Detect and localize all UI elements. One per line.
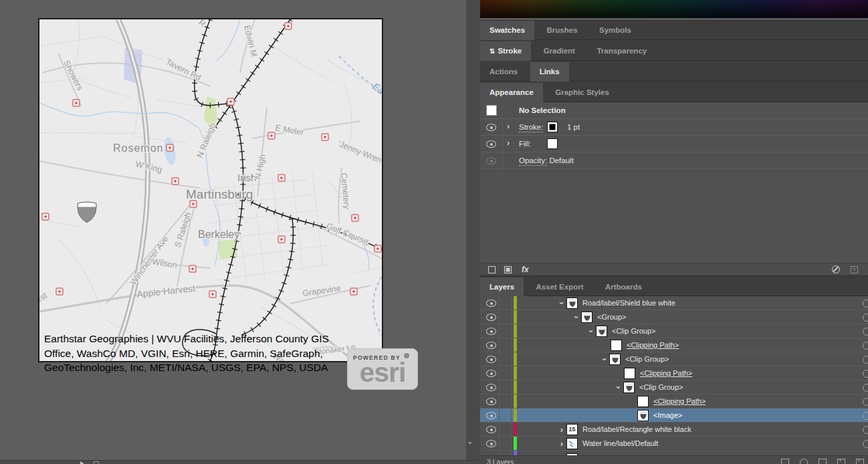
- layer-thumbnail-path[interactable]: [611, 340, 622, 351]
- visibility-eye-icon[interactable]: [486, 398, 496, 405]
- visibility-eye-icon[interactable]: [486, 412, 496, 419]
- layer-thumbnail-shield[interactable]: [623, 382, 635, 393]
- target-circle[interactable]: [863, 370, 868, 378]
- visibility-eye-icon[interactable]: [486, 356, 496, 363]
- collapse-chevron-icon[interactable]: ›: [600, 354, 610, 364]
- layer-thumbnail-15[interactable]: 15: [566, 424, 578, 435]
- add-new-stroke-icon[interactable]: [488, 266, 496, 273]
- layer-row[interactable]: <Clipping Path>: [480, 394, 868, 409]
- duplicate-item-icon[interactable]: +: [851, 266, 858, 273]
- layer-thumbnail-path[interactable]: [624, 368, 635, 379]
- layer-thumbnail-path[interactable]: [637, 396, 649, 407]
- layer-row[interactable]: › <Clip Group>: [480, 352, 868, 366]
- appearance-stroke-row[interactable]: › Stroke: 1 pt: [480, 119, 868, 136]
- fill-label[interactable]: Fill:: [519, 140, 531, 148]
- stroke-weight-value[interactable]: 1 pt: [567, 123, 580, 131]
- stroke-label[interactable]: Stroke:: [519, 123, 543, 132]
- target-circle[interactable]: [863, 328, 868, 336]
- tab-layers[interactable]: Layers: [480, 277, 524, 296]
- scroll-left-arrow-icon[interactable]: [80, 461, 84, 464]
- collapse-chevron-icon[interactable]: ›: [572, 312, 582, 322]
- target-circle[interactable]: [863, 384, 868, 392]
- visibility-eye-icon[interactable]: [486, 314, 496, 321]
- layer-thumbnail-shield[interactable]: [581, 312, 592, 323]
- fill-visibility-eye-icon[interactable]: [486, 140, 496, 148]
- layer-thumbnail-shield[interactable]: [609, 354, 621, 365]
- layer-row[interactable]: <Clipping Path>: [480, 338, 868, 352]
- layer-thumbnail-image[interactable]: [637, 410, 649, 421]
- tab-graphic-styles[interactable]: Graphic Styles: [546, 83, 619, 102]
- document-canvas[interactable]: Showers Tavern Rd Edwin M R Ea Rosemon W…: [0, 0, 466, 460]
- tab-links[interactable]: Links: [530, 62, 569, 82]
- canvas-vertical-scrollbar[interactable]: ›: [466, 0, 480, 460]
- tab-artboards[interactable]: Artboards: [596, 277, 651, 296]
- layer-row[interactable]: › 15 Road/label/Rectangle white black: [480, 423, 868, 437]
- add-effect-fx-icon[interactable]: fx: [522, 265, 529, 274]
- panel-collapse-icon[interactable]: ⇅: [490, 47, 495, 55]
- layer-row[interactable]: › Water line/label/Default: [480, 437, 868, 451]
- target-circle[interactable]: [863, 356, 868, 364]
- collapse-chevron-icon[interactable]: ›: [557, 439, 566, 449]
- map-artboard[interactable]: Showers Tavern Rd Edwin M R Ea Rosemon W…: [38, 18, 383, 362]
- new-sublayer-icon[interactable]: +: [837, 459, 845, 464]
- layer-row[interactable]: › <Clip Group>: [480, 324, 868, 338]
- layer-thumbnail-shield[interactable]: [596, 326, 607, 337]
- map-labels: Showers Tavern Rd Edwin M R Ea Rosemon W…: [39, 19, 382, 361]
- visibility-eye-icon[interactable]: [486, 426, 496, 433]
- opacity-label[interactable]: Opacity:: [519, 156, 547, 166]
- target-circle[interactable]: [863, 398, 868, 406]
- layer-row[interactable]: › <Group>: [480, 310, 868, 324]
- appearance-fill-row[interactable]: › Fill:: [480, 136, 868, 152]
- clear-appearance-icon[interactable]: [832, 265, 840, 273]
- tab-actions[interactable]: Actions: [480, 62, 527, 82]
- layer-row-partial[interactable]: [480, 451, 868, 455]
- opacity-visibility-eye-icon[interactable]: [486, 157, 496, 164]
- layer-row[interactable]: <Clipping Path>: [480, 366, 868, 380]
- tab-stroke[interactable]: ⇅Stroke: [480, 41, 531, 61]
- locate-object-icon[interactable]: [800, 459, 808, 464]
- tab-symbols[interactable]: Symbols: [590, 21, 641, 40]
- tab-gradient[interactable]: Gradient: [534, 41, 584, 61]
- target-circle[interactable]: [863, 342, 868, 350]
- fill-color-swatch[interactable]: [547, 138, 558, 149]
- visibility-eye-icon[interactable]: [486, 342, 496, 349]
- target-circle[interactable]: [863, 440, 868, 448]
- visibility-eye-icon[interactable]: [486, 300, 496, 307]
- tab-swatches[interactable]: Swatches: [480, 21, 534, 40]
- add-new-fill-icon[interactable]: [504, 266, 512, 273]
- appearance-opacity-row[interactable]: Opacity: Default: [480, 152, 868, 169]
- new-layer-icon[interactable]: +: [856, 459, 864, 464]
- visibility-eye-icon[interactable]: [486, 440, 496, 447]
- collapse-chevron-icon[interactable]: ›: [586, 326, 596, 336]
- tab-appearance[interactable]: Appearance: [480, 83, 543, 102]
- stroke-visibility-eye-icon[interactable]: [486, 124, 496, 131]
- make-clipping-mask-icon[interactable]: [819, 459, 827, 464]
- scroll-thumb[interactable]: [94, 461, 99, 464]
- layer-thumbnail-shield[interactable]: [566, 298, 578, 309]
- layer-row-selected[interactable]: <Image>: [480, 409, 868, 423]
- collapse-panel-icon[interactable]: [781, 459, 789, 464]
- collapse-chevron-icon[interactable]: ›: [614, 382, 624, 392]
- visibility-eye-icon[interactable]: [486, 328, 496, 335]
- visibility-eye-icon[interactable]: [486, 384, 496, 391]
- tab-asset-export[interactable]: Asset Export: [527, 277, 593, 296]
- visibility-eye-icon[interactable]: [486, 370, 496, 377]
- layer-row[interactable]: › Road/label/Shield blue white: [480, 296, 868, 310]
- target-circle[interactable]: [863, 300, 868, 308]
- layer-row[interactable]: › <Clip Group>: [480, 380, 868, 394]
- tab-transparency[interactable]: Transparency: [587, 41, 656, 61]
- fill-expand-chevron-icon[interactable]: ›: [507, 138, 510, 148]
- scroll-down-arrow-icon[interactable]: ›: [465, 441, 475, 444]
- stroke-color-swatch[interactable]: [547, 122, 558, 132]
- target-circle[interactable]: [863, 412, 868, 420]
- tab-brushes[interactable]: Brushes: [538, 21, 587, 40]
- stroke-expand-chevron-icon[interactable]: ›: [507, 122, 510, 131]
- target-circle[interactable]: [863, 314, 868, 322]
- target-circle[interactable]: [863, 426, 868, 434]
- layer-thumbnail-waterline[interactable]: [566, 438, 578, 449]
- collapse-chevron-icon[interactable]: ›: [557, 425, 566, 435]
- canvas-bottom-bar[interactable]: [0, 460, 480, 464]
- opacity-value[interactable]: Default: [549, 156, 573, 164]
- collapse-chevron-icon[interactable]: ›: [557, 298, 567, 308]
- appearance-footer: fx +: [480, 263, 868, 276]
